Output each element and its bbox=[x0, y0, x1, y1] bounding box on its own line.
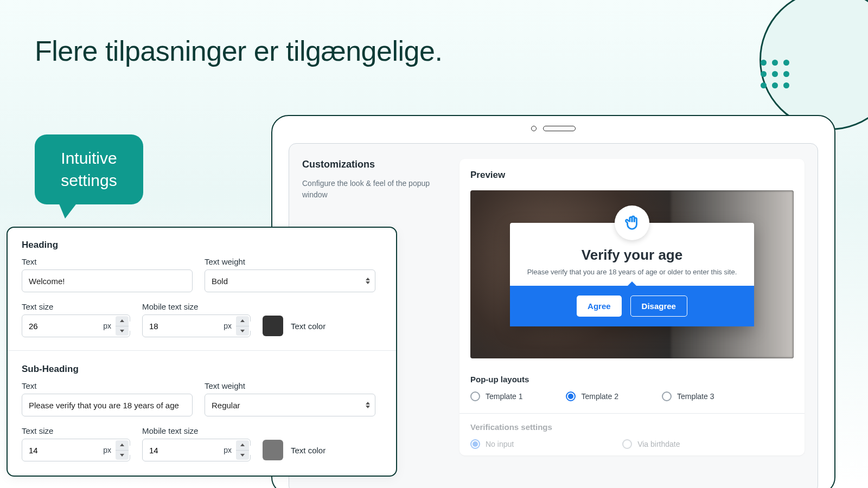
heading-weight-select[interactable]: Bold bbox=[205, 269, 375, 292]
sub-text-label: Text bbox=[22, 381, 193, 390]
radio-via-birthdate[interactable]: Via birthdate bbox=[622, 439, 680, 449]
sub-size-label: Text size bbox=[22, 426, 130, 435]
heading-size-input[interactable]: px bbox=[22, 314, 130, 337]
sub-size-input[interactable]: px bbox=[22, 439, 130, 461]
chevron-up-icon[interactable] bbox=[116, 440, 129, 451]
unit-px: px bbox=[224, 446, 232, 454]
unit-px: px bbox=[103, 322, 111, 330]
divider bbox=[459, 413, 805, 414]
stepper-buttons[interactable] bbox=[116, 316, 129, 336]
settings-card: Heading Text Text weight Bold Text size … bbox=[7, 227, 397, 477]
unit-px: px bbox=[103, 446, 111, 454]
heading-weight-label: Text weight bbox=[205, 257, 375, 266]
popup-layouts-radiogroup: Template 1 Template 2 Template 3 bbox=[470, 391, 794, 401]
sub-text-input[interactable] bbox=[22, 394, 193, 416]
customizations-subtitle: Configure the look & feel of the popup w… bbox=[302, 178, 438, 201]
sub-color-swatch[interactable] bbox=[263, 440, 283, 460]
heading-text-input[interactable] bbox=[22, 269, 193, 292]
sub-color-label: Text color bbox=[291, 446, 326, 455]
stepper-buttons[interactable] bbox=[236, 440, 249, 460]
sub-msize-input[interactable]: px bbox=[142, 439, 251, 461]
section-heading-title: Heading bbox=[22, 240, 382, 251]
chevron-updown-icon bbox=[366, 278, 370, 284]
radio-template-3-label: Template 3 bbox=[677, 392, 714, 401]
unit-px: px bbox=[224, 322, 232, 330]
popup-heading: Verify your age bbox=[510, 242, 754, 268]
callout-bubble: Intuitive settings bbox=[35, 134, 143, 204]
chevron-down-icon[interactable] bbox=[236, 451, 249, 460]
disagree-button[interactable]: Disagree bbox=[630, 296, 687, 317]
radio-no-input-label: No input bbox=[486, 440, 514, 448]
preview-background-image: Verify your age Please verify that you a… bbox=[470, 190, 794, 358]
chevron-updown-icon bbox=[366, 402, 370, 408]
heading-text-label: Text bbox=[22, 257, 193, 266]
sub-msize-label: Mobile text size bbox=[142, 426, 251, 435]
stepper-buttons[interactable] bbox=[116, 440, 129, 460]
customizations-title: Customizations bbox=[302, 159, 438, 170]
heading-color-label: Text color bbox=[291, 322, 326, 331]
section-subheading-title: Sub-Heading bbox=[22, 364, 382, 375]
verifications-radiogroup: No input Via birthdate bbox=[470, 439, 794, 449]
sub-weight-select[interactable]: Regular bbox=[205, 394, 375, 416]
chevron-down-icon[interactable] bbox=[116, 451, 129, 460]
heading-msize-label: Mobile text size bbox=[142, 302, 251, 311]
chevron-down-icon[interactable] bbox=[236, 326, 249, 336]
heading-size-label: Text size bbox=[22, 302, 130, 311]
popup-action-bar: Agree Disagree bbox=[510, 286, 754, 326]
stepper-buttons[interactable] bbox=[236, 316, 249, 336]
page-title: Flere tilpasninger er tilgængelige. bbox=[35, 35, 442, 67]
chevron-up-icon[interactable] bbox=[236, 316, 249, 326]
verifications-settings-label: Verifications settings bbox=[470, 422, 794, 432]
popup-layouts-label: Pop-up layouts bbox=[470, 375, 794, 384]
tablet-camera bbox=[531, 126, 576, 131]
radio-template-3[interactable]: Template 3 bbox=[662, 391, 714, 401]
chevron-up-icon[interactable] bbox=[236, 440, 249, 451]
heading-color-swatch[interactable] bbox=[263, 316, 283, 336]
callout-line2: settings bbox=[61, 171, 117, 189]
divider bbox=[8, 350, 396, 351]
radio-template-2-label: Template 2 bbox=[581, 392, 618, 401]
background-dots-decoration bbox=[761, 60, 789, 88]
preview-card: Preview Verify your age Please verify th… bbox=[459, 159, 805, 455]
radio-via-birthdate-label: Via birthdate bbox=[637, 440, 680, 448]
age-verify-popup: Verify your age Please verify that you a… bbox=[510, 223, 754, 326]
sub-weight-label: Text weight bbox=[205, 381, 375, 390]
chevron-down-icon[interactable] bbox=[116, 326, 129, 336]
chevron-up-icon[interactable] bbox=[116, 316, 129, 326]
radio-template-1-label: Template 1 bbox=[486, 392, 522, 401]
hand-icon bbox=[615, 206, 649, 240]
callout-line1: Intuitive bbox=[61, 149, 117, 167]
agree-button[interactable]: Agree bbox=[577, 296, 622, 317]
heading-msize-input[interactable]: px bbox=[142, 314, 251, 337]
radio-template-1[interactable]: Template 1 bbox=[470, 391, 522, 401]
radio-no-input[interactable]: No input bbox=[470, 439, 514, 449]
radio-template-2[interactable]: Template 2 bbox=[566, 391, 618, 401]
preview-title: Preview bbox=[470, 170, 794, 181]
